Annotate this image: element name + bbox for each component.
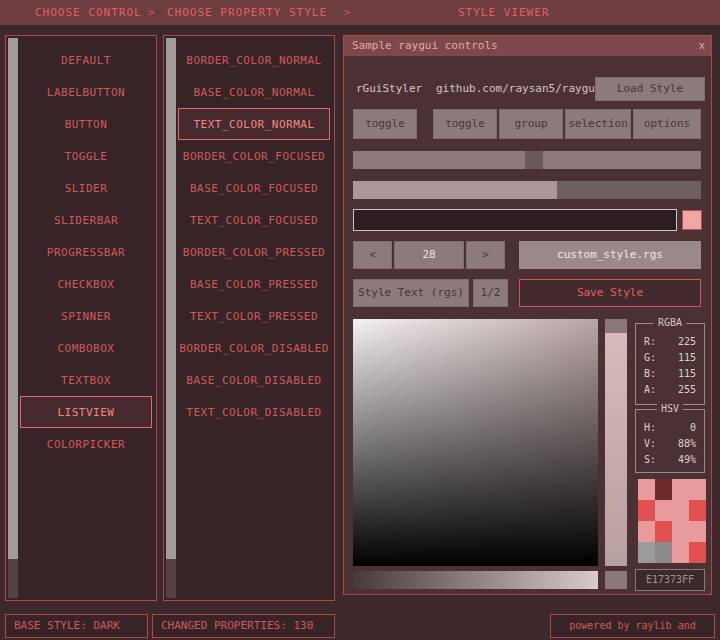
color-picker-panel[interactable]: [353, 319, 598, 566]
color-swatch[interactable]: [672, 479, 689, 500]
color-swatch[interactable]: [689, 521, 706, 542]
color-swatch[interactable]: [655, 500, 672, 521]
header-bar: CHOOSE CONTROL > CHOOSE PROPERTY STYLE >…: [0, 0, 720, 25]
color-swatch[interactable]: [689, 479, 706, 500]
control-list-item[interactable]: COLORPICKER: [20, 428, 152, 460]
progress-bar-fill: [353, 181, 557, 199]
status-changed-properties: CHANGED PROPERTIES: 130: [152, 614, 335, 638]
control-list-item[interactable]: SLIDER: [20, 172, 152, 204]
hsv-v-label: V:: [644, 436, 656, 452]
color-preview-box[interactable]: [682, 210, 702, 230]
rgba-r-value: 225: [678, 334, 696, 350]
properties-scrollbar[interactable]: [166, 38, 176, 598]
load-style-button[interactable]: Load Style: [595, 77, 705, 101]
hsv-s-value: 49%: [678, 452, 696, 468]
save-style-button[interactable]: Save Style: [519, 279, 701, 307]
property-list-item[interactable]: BASE_COLOR_DISABLED: [178, 364, 330, 396]
text-input[interactable]: [353, 209, 677, 231]
rgba-row-b: B:115: [636, 366, 704, 382]
hue-bar[interactable]: [605, 319, 627, 566]
options-combobox[interactable]: options: [633, 109, 701, 139]
step-choose-property-style: CHOOSE PROPERTY STYLE: [167, 0, 327, 25]
property-list-item[interactable]: BORDER_COLOR_NORMAL: [178, 44, 330, 76]
color-swatch[interactable]: [672, 542, 689, 563]
control-list-item[interactable]: SPINNER: [20, 300, 152, 332]
control-list-item[interactable]: TEXTBOX: [20, 364, 152, 396]
hsv-row-h: H:0: [636, 420, 704, 436]
chevron-right-icon: >: [344, 0, 351, 25]
window-titlebar[interactable]: Sample raygui controls x: [344, 36, 711, 56]
alpha-slider-box[interactable]: [605, 571, 627, 589]
property-list-item[interactable]: TEXT_COLOR_DISABLED: [178, 396, 330, 428]
toggle-group-group[interactable]: group: [499, 109, 563, 139]
controls-scrollbar-thumb[interactable]: [8, 38, 18, 559]
rgba-a-label: A:: [644, 382, 656, 398]
control-list-item[interactable]: LABELBUTTON: [20, 76, 152, 108]
color-swatch[interactable]: [638, 479, 655, 500]
rgba-a-value: 255: [678, 382, 696, 398]
slider[interactable]: [353, 151, 701, 169]
spinner-decrement-button[interactable]: <: [353, 241, 392, 269]
control-list-item[interactable]: TOGGLE: [20, 140, 152, 172]
progress-bar[interactable]: [353, 181, 701, 199]
property-list-item[interactable]: BASE_COLOR_PRESSED: [178, 268, 330, 300]
property-list-item[interactable]: BORDER_COLOR_PRESSED: [178, 236, 330, 268]
sample-controls-window: Sample raygui controls x rGuiStyler gith…: [343, 35, 712, 595]
page-toggle-button[interactable]: 1/2: [473, 279, 508, 307]
control-list-item[interactable]: SLIDERBAR: [20, 204, 152, 236]
control-list-item[interactable]: BUTTON: [20, 108, 152, 140]
window-title: Sample raygui controls: [352, 39, 498, 52]
color-swatch[interactable]: [672, 500, 689, 521]
control-list-item-selected[interactable]: LISTVIEW: [20, 396, 152, 428]
color-swatch[interactable]: [638, 542, 655, 563]
color-swatch[interactable]: [655, 542, 672, 563]
toggle-button[interactable]: toggle: [353, 109, 417, 139]
property-list-item[interactable]: BORDER_COLOR_FOCUSED: [178, 140, 330, 172]
properties-list-panel: BORDER_COLOR_NORMAL BASE_COLOR_NORMAL TE…: [163, 35, 335, 601]
toggle-group-toggle[interactable]: toggle: [433, 109, 497, 139]
color-swatch[interactable]: [655, 521, 672, 542]
rgba-groupbox: RGBA R:225 G:115 B:115 A:255: [635, 323, 705, 405]
status-base-style: BASE STYLE: DARK: [5, 614, 148, 638]
property-list-item[interactable]: BORDER_COLOR_DISABLED: [178, 332, 330, 364]
hsv-row-s: S:49%: [636, 452, 704, 468]
spinner-value[interactable]: 28: [394, 241, 464, 269]
color-swatch[interactable]: [689, 542, 706, 563]
hex-color-field[interactable]: E17373FF: [635, 569, 705, 591]
controls-list: DEFAULT LABELBUTTON BUTTON TOGGLE SLIDER…: [20, 44, 152, 460]
color-swatch[interactable]: [689, 500, 706, 521]
hsv-v-value: 88%: [678, 436, 696, 452]
property-list-item[interactable]: TEXT_COLOR_PRESSED: [178, 300, 330, 332]
repo-link[interactable]: github.com/raysan5/raygui: [436, 77, 602, 101]
properties-list: BORDER_COLOR_NORMAL BASE_COLOR_NORMAL TE…: [178, 44, 330, 428]
color-swatch[interactable]: [655, 479, 672, 500]
color-swatch[interactable]: [638, 521, 655, 542]
style-text-button[interactable]: Style Text (rgs): [353, 279, 469, 307]
slider-handle[interactable]: [525, 151, 543, 169]
property-list-item[interactable]: TEXT_COLOR_FOCUSED: [178, 204, 330, 236]
chevron-right-icon: >: [148, 0, 155, 25]
control-list-item[interactable]: COMBOBOX: [20, 332, 152, 364]
toggle-group-selection[interactable]: selection: [565, 109, 631, 139]
controls-scrollbar[interactable]: [8, 38, 18, 598]
color-swatch[interactable]: [672, 521, 689, 542]
property-list-item[interactable]: BASE_COLOR_FOCUSED: [178, 172, 330, 204]
rgba-g-value: 115: [678, 350, 696, 366]
color-swatch[interactable]: [638, 500, 655, 521]
brand-label: rGuiStyler: [356, 77, 422, 101]
spinner-increment-button[interactable]: >: [466, 241, 505, 269]
property-list-item[interactable]: BASE_COLOR_NORMAL: [178, 76, 330, 108]
rgba-r-label: R:: [644, 334, 656, 350]
hsv-h-value: 0: [690, 420, 696, 436]
filename-field[interactable]: custom_style.rgs: [519, 241, 701, 269]
control-list-item[interactable]: PROGRESSBAR: [20, 236, 152, 268]
control-list-item[interactable]: CHECKBOX: [20, 268, 152, 300]
controls-list-panel: DEFAULT LABELBUTTON BUTTON TOGGLE SLIDER…: [5, 35, 157, 601]
close-icon[interactable]: x: [698, 36, 705, 56]
hsv-row-v: V:88%: [636, 436, 704, 452]
hue-bar-handle[interactable]: [605, 319, 627, 333]
control-list-item[interactable]: DEFAULT: [20, 44, 152, 76]
alpha-slider[interactable]: [353, 571, 598, 589]
properties-scrollbar-thumb[interactable]: [166, 38, 176, 559]
property-list-item-selected[interactable]: TEXT_COLOR_NORMAL: [178, 108, 330, 140]
